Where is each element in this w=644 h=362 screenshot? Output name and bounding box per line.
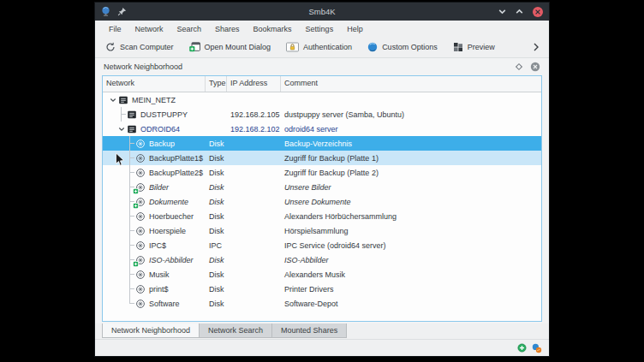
tree-branch-line (125, 296, 135, 311)
comment-cell: Alexanders Musik (281, 270, 541, 279)
table-row-print-[interactable]: print$DiskPrinter Drivers (103, 282, 541, 296)
close-dock-icon[interactable] (530, 62, 540, 72)
close-button[interactable] (532, 6, 544, 18)
tree-branch-line (125, 238, 135, 252)
toolbar-button-label: Custom Options (382, 43, 438, 51)
column-header-comment[interactable]: Comment (281, 76, 541, 92)
share-icon (135, 226, 146, 236)
open-mount-dialog-button[interactable]: Open Mount Dialog (186, 40, 278, 54)
item-name: BackupPlatte1$ (149, 154, 203, 163)
column-header-type[interactable]: Type (206, 76, 227, 92)
type-cell: Disk (206, 285, 227, 294)
column-header-ip-address[interactable]: IP Address (227, 76, 281, 92)
menu-search[interactable]: Search (170, 23, 209, 35)
pin-icon[interactable] (117, 7, 127, 16)
type-cell: Disk (206, 270, 227, 279)
custom-options-icon (367, 42, 378, 52)
share-icon (135, 284, 146, 294)
menubar: FileNetworkSearchSharesBookmarksSettings… (95, 21, 549, 37)
custom-options-button[interactable]: Custom Options (364, 40, 444, 54)
tree-branch-line (125, 267, 135, 282)
expander-down-icon[interactable] (116, 122, 127, 136)
item-name: Hoerbuecher (149, 212, 194, 221)
tab-network-neighborhood[interactable]: Network Neighborhood (102, 323, 200, 338)
tree-branch-line (125, 209, 135, 223)
workgroup-icon (118, 95, 128, 105)
share-icon (135, 255, 146, 265)
ip-cell: 192.168.2.105 (227, 110, 281, 119)
chevron-right-icon[interactable] (532, 42, 544, 52)
table-row-hoerspiele[interactable]: HoerspieleDiskHörspielsammlung (103, 223, 541, 238)
type-cell: Disk (206, 198, 227, 206)
expander-down-icon[interactable] (108, 92, 118, 107)
mounted-emblem-icon (517, 343, 527, 353)
float-dock-icon[interactable] (515, 62, 523, 71)
network-cell: Hoerspiele (103, 223, 206, 238)
item-name: MEIN_NETZ (132, 96, 176, 104)
network-status-icon (532, 343, 542, 353)
minimize-button[interactable] (498, 7, 507, 16)
network-cell: ODROID64 (103, 122, 206, 136)
dock-title: Network Neighborhood (104, 62, 182, 71)
type-cell: Disk (206, 300, 227, 308)
maximize-button[interactable] (515, 7, 524, 16)
share-icon (135, 182, 146, 193)
menu-bookmarks[interactable]: Bookmarks (247, 23, 299, 35)
item-name: Hoerspiele (149, 227, 186, 235)
preview-button[interactable]: Preview (450, 40, 502, 54)
network-cell: BackupPlatte1$ (103, 151, 206, 165)
tab-network-search[interactable]: Network Search (200, 323, 272, 338)
item-name: Backup (149, 139, 175, 148)
table-row-backupplatte1-[interactable]: BackupPlatte1$DiskZugriff für Backup (Pl… (103, 151, 541, 165)
table-row-mein-netz[interactable]: MEIN_NETZ (103, 92, 541, 107)
tree-branch-line (125, 136, 135, 151)
network-tree-view: NetworkTypeIP AddressComment MEIN_NETZDU… (102, 75, 542, 322)
menu-settings[interactable]: Settings (299, 23, 341, 35)
tab-mounted-shares[interactable]: Mounted Shares (272, 323, 347, 338)
share-icon (135, 197, 146, 207)
authentication-button[interactable]: Authentication (283, 40, 359, 54)
type-cell: IPC (206, 241, 227, 250)
scan-computer-button[interactable]: Scan Computer (102, 40, 181, 54)
smb4k-window: Smb4K FileNetworkSearchSharesBookmarksSe… (94, 2, 550, 357)
table-row-ipc-[interactable]: IPC$IPCIPC Service (odroid64 server) (103, 238, 541, 252)
item-name: Dokumente (149, 198, 188, 206)
tree-branch-line (125, 223, 135, 238)
scan-refresh-icon (105, 42, 116, 52)
network-cell: DUSTPUPPY (103, 107, 206, 122)
network-cell: Bilder (103, 180, 206, 194)
server-icon (127, 124, 137, 134)
column-header-network[interactable]: Network (103, 76, 206, 92)
menu-network[interactable]: Network (128, 23, 170, 35)
item-name: BackupPlatte2$ (149, 169, 203, 177)
table-row-bilder[interactable]: BilderDiskUnsere Bilder (103, 180, 541, 194)
table-body: MEIN_NETZDUSTPUPPY192.168.2.105dustpuppy… (103, 92, 541, 321)
type-cell: Disk (206, 139, 227, 148)
toolbar-button-label: Open Mount Dialog (205, 43, 271, 51)
smb4k-app-icon (100, 6, 111, 17)
table-row-musik[interactable]: MusikDiskAlexanders Musik (103, 267, 541, 282)
share-icon (135, 168, 146, 178)
tree-branch-line (125, 165, 135, 180)
table-row-hoerbuecher[interactable]: HoerbuecherDiskAlexanders Hörbüchersamml… (103, 209, 541, 223)
table-row-odroid64[interactable]: ODROID64192.168.2.102odroid64 server (103, 122, 541, 136)
table-row-iso-abbilder[interactable]: ISO-AbbilderDiskISO-Abbilder (103, 252, 541, 267)
dock-header: Network Neighborhood (95, 57, 549, 74)
table-row-software[interactable]: SoftwareDiskSoftware-Depot (103, 296, 541, 311)
network-cell: print$ (103, 282, 206, 296)
comment-cell: Hörspielsammlung (281, 227, 541, 235)
table-row-backupplatte2-[interactable]: BackupPlatte2$DiskZugriff für Backup (Pl… (103, 165, 541, 180)
screen: Smb4K FileNetworkSearchSharesBookmarksSe… (0, 0, 644, 362)
table-row-dokumente[interactable]: DokumenteDiskUnsere Dokumente (103, 194, 541, 209)
type-cell: Disk (206, 227, 227, 235)
table-row-dustpuppy[interactable]: DUSTPUPPY192.168.2.105dustpuppy server (… (103, 107, 541, 122)
share-icon (135, 299, 146, 309)
bottom-tabbar: Network NeighborhoodNetwork SearchMounte… (95, 323, 549, 339)
menu-shares[interactable]: Shares (208, 23, 247, 35)
table-row-backup[interactable]: BackupDiskBackup-Verzeichnis (103, 136, 541, 151)
network-cell: Backup (103, 136, 206, 151)
network-cell: ISO-Abbilder (103, 252, 206, 267)
menu-file[interactable]: File (102, 23, 128, 35)
item-name: Bilder (149, 183, 169, 192)
menu-help[interactable]: Help (340, 23, 370, 35)
